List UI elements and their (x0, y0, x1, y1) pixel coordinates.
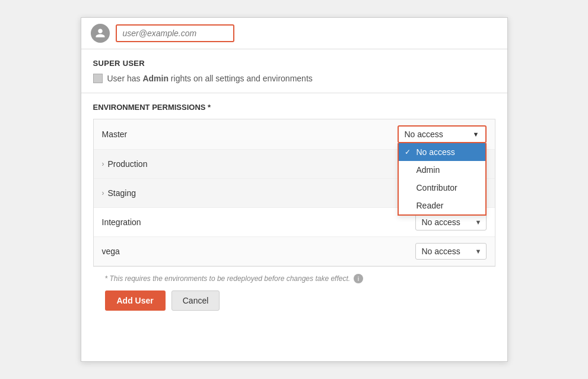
env-row-master: Master No access ▼ ✓ No access Admin (94, 119, 495, 150)
dropdown-option-admin[interactable]: Admin (399, 161, 485, 179)
env-rows-container: Master No access ▼ ✓ No access Admin (93, 119, 495, 267)
cancel-button[interactable]: Cancel (171, 290, 220, 311)
super-user-description: User has Admin rights on all settings an… (107, 74, 313, 83)
env-name-staging: › Staging (102, 188, 415, 198)
action-bar: Add User Cancel (93, 283, 495, 318)
master-dropdown-menu: ✓ No access Admin Contributor (398, 143, 487, 216)
env-name-master: Master (102, 130, 398, 139)
vega-dropdown-wrap: No access Admin Contributor Reader ▼ (415, 243, 487, 260)
dropdown-option-contributor[interactable]: Contributor (399, 179, 485, 197)
chevron-right-icon[interactable]: › (102, 160, 104, 168)
env-name-production: › Production (102, 159, 415, 169)
vega-dropdown[interactable]: No access Admin Contributor Reader (415, 243, 487, 260)
super-user-row: User has Admin rights on all settings an… (93, 74, 495, 83)
master-dropdown-value: No access (405, 130, 443, 139)
super-user-checkbox[interactable] (93, 74, 103, 83)
chevron-right-icon[interactable]: › (102, 189, 104, 197)
env-permissions-title: ENVIRONMENT PERMISSIONS * (93, 103, 495, 112)
note-text: * This requires the environments to be r… (105, 274, 351, 283)
dropdown-option-no-access[interactable]: ✓ No access (399, 143, 485, 161)
chevron-down-icon: ▼ (473, 131, 479, 138)
env-name-integration: Integration (102, 217, 415, 227)
add-user-button[interactable]: Add User (105, 290, 166, 311)
modal-container: SUPER USER User has Admin rights on all … (81, 17, 508, 362)
super-user-section: SUPER USER User has Admin rights on all … (81, 49, 507, 93)
dropdown-option-reader[interactable]: Reader (399, 197, 485, 214)
env-permissions-section: ENVIRONMENT PERMISSIONS * Master No acce… (81, 93, 507, 327)
avatar-icon (91, 24, 110, 43)
master-dropdown-button[interactable]: No access ▼ (398, 125, 487, 143)
env-row-vega: vega No access Admin Contributor Reader … (94, 237, 495, 266)
check-icon: ✓ (405, 148, 413, 156)
info-icon: i (354, 274, 363, 283)
top-bar (81, 18, 507, 49)
integration-dropdown-wrap: No access Admin Contributor Reader ▼ (415, 214, 487, 230)
email-input[interactable] (116, 24, 234, 42)
super-user-title: SUPER USER (93, 59, 495, 68)
env-name-vega: vega (102, 247, 415, 256)
footer-note: * This requires the environments to be r… (93, 267, 495, 283)
integration-dropdown[interactable]: No access Admin Contributor Reader (415, 214, 487, 230)
master-dropdown-wrap: No access ▼ ✓ No access Admin (398, 125, 487, 143)
